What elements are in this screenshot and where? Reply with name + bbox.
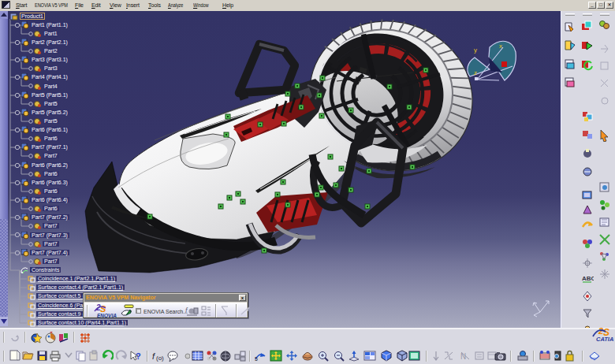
svg-text:5: 5 — [255, 356, 258, 362]
svg-text:(o): (o) — [156, 355, 164, 362]
svg-text:?: ? — [136, 351, 141, 361]
svg-text:y: y — [474, 46, 477, 54]
svg-text:f: f — [152, 351, 155, 361]
svg-text:z: z — [474, 69, 477, 76]
svg-text:ENOVIA: ENOVIA — [97, 313, 117, 318]
svg-text:ABC: ABC — [582, 275, 594, 282]
svg-text:f: f — [185, 306, 188, 314]
svg-text:CATIA: CATIA — [596, 336, 613, 343]
svg-text:N: N — [460, 352, 466, 361]
svg-text:x: x — [499, 43, 502, 50]
